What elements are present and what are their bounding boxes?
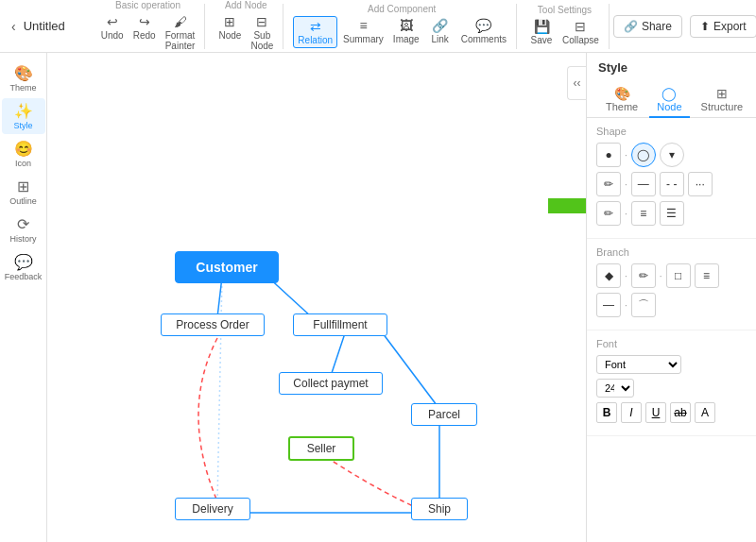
svg-line-3 bbox=[383, 333, 439, 409]
branch-rect-btn[interactable]: □ bbox=[666, 263, 691, 288]
underline-button[interactable]: U bbox=[645, 402, 666, 423]
italic-button[interactable]: I bbox=[621, 402, 642, 423]
add-component-label: Add Component bbox=[368, 4, 436, 14]
branch-dash-btn[interactable]: — bbox=[596, 293, 621, 317]
panel-tabs: 🎨 Theme ◯ Node ⊞ Structure bbox=[598, 82, 745, 118]
relation-icon: ⇄ bbox=[310, 19, 321, 34]
strikethrough-button[interactable]: ab bbox=[670, 402, 691, 423]
branch-menu-btn[interactable]: ≡ bbox=[695, 263, 719, 288]
align-left-btn[interactable]: ≡ bbox=[631, 201, 656, 226]
relation-button[interactable]: ⇄ Relation bbox=[293, 16, 337, 48]
connections-svg bbox=[47, 53, 586, 542]
outline-btn2[interactable]: ✏ bbox=[596, 201, 621, 226]
branch-line-btn[interactable]: ✏ bbox=[631, 263, 656, 288]
style-panel-header: Style 🎨 Theme ◯ Node ⊞ Structure bbox=[587, 53, 756, 118]
node-button[interactable]: ⊞ Node bbox=[215, 12, 245, 53]
green-arrow bbox=[548, 187, 586, 225]
branch-curve-btn[interactable]: ⌒ bbox=[631, 293, 656, 317]
sidebar-item-feedback[interactable]: 💬 Feedback bbox=[2, 249, 45, 285]
link-icon: 🔗 bbox=[432, 18, 448, 33]
fullfillment-node[interactable]: Fullfillment bbox=[293, 313, 387, 336]
outline-icon: ⊞ bbox=[17, 178, 29, 195]
arrow-annotation bbox=[548, 187, 586, 225]
line-dotted-btn[interactable]: ··· bbox=[688, 172, 713, 196]
undo-button[interactable]: ↩ Undo bbox=[97, 12, 128, 53]
sidebar-item-history[interactable]: ⟳ History bbox=[2, 212, 45, 247]
back-button[interactable]: ‹ bbox=[8, 15, 20, 38]
tab-theme-icon: 🎨 bbox=[614, 86, 630, 101]
outline-row-1: ✏ · — - - ··· bbox=[596, 172, 747, 196]
comments-button[interactable]: 💬 Comments bbox=[457, 16, 510, 48]
left-panel: 🎨 Theme ✨ Style 😊 Icon ⊞ Outline ⟳ Histo… bbox=[0, 53, 47, 542]
dot-sep2: · bbox=[625, 179, 627, 190]
undo-icon: ↩ bbox=[107, 14, 118, 29]
sidebar-item-outline[interactable]: ⊞ Outline bbox=[2, 174, 45, 210]
shape-dropdown-btn[interactable]: ▾ bbox=[660, 143, 684, 167]
shape-section-title: Shape bbox=[596, 126, 747, 137]
tab-node[interactable]: ◯ Node bbox=[649, 82, 689, 118]
svg-line-2 bbox=[331, 333, 345, 376]
branch-row-2: — · ⌒ bbox=[596, 293, 747, 317]
font-family-select[interactable]: Font bbox=[596, 355, 681, 374]
panel-collapse-button[interactable]: ‹‹ bbox=[567, 66, 586, 100]
share-button[interactable]: 🔗 Share bbox=[613, 15, 682, 38]
shape-circle-btn[interactable]: ◯ bbox=[631, 143, 656, 167]
font-size-row: 24 bbox=[596, 379, 747, 398]
app-title: Untitled bbox=[24, 19, 80, 33]
svg-line-5 bbox=[217, 277, 222, 501]
history-icon: ⟳ bbox=[17, 215, 29, 233]
image-button[interactable]: 🖼 Image bbox=[389, 16, 423, 48]
format-painter-button[interactable]: 🖌 Format Painter bbox=[162, 12, 199, 53]
font-section-title: Font bbox=[596, 338, 747, 349]
branch-color-btn[interactable]: ◆ bbox=[596, 263, 621, 288]
sidebar-item-theme[interactable]: 🎨 Theme bbox=[2, 60, 45, 96]
redo-icon: ↪ bbox=[139, 14, 150, 29]
summary-button[interactable]: ≡ Summary bbox=[339, 16, 387, 48]
process-order-node[interactable]: Process Order bbox=[161, 313, 265, 336]
sidebar-item-icon[interactable]: 😊 Icon bbox=[2, 136, 45, 172]
tab-theme[interactable]: 🎨 Theme bbox=[598, 82, 645, 118]
ship-node[interactable]: Ship bbox=[411, 498, 468, 520]
link-button[interactable]: 🔗 Link bbox=[425, 16, 455, 48]
sub-node-button[interactable]: ⊟ Sub Node bbox=[247, 12, 277, 53]
font-section: Font Font 24 B I U ab A bbox=[587, 330, 756, 436]
pencil-btn[interactable]: ✏ bbox=[596, 172, 621, 196]
icon-icon: 😊 bbox=[14, 140, 33, 158]
add-component-group: Add Component ⇄ Relation ≡ Summary 🖼 Ima… bbox=[287, 4, 517, 49]
shape-fill-btn[interactable]: ● bbox=[596, 143, 621, 167]
collect-payment-node[interactable]: Collect paymet bbox=[279, 372, 383, 395]
summary-icon: ≡ bbox=[359, 18, 367, 33]
style-panel-title: Style bbox=[598, 60, 745, 75]
customer-node[interactable]: Customer bbox=[175, 251, 279, 283]
tab-structure-icon: ⊞ bbox=[716, 86, 728, 101]
branch-section-title: Branch bbox=[596, 246, 747, 258]
delivery-node[interactable]: Delivery bbox=[175, 498, 250, 520]
sub-node-icon: ⊟ bbox=[256, 14, 267, 29]
redo-button[interactable]: ↪ Redo bbox=[129, 12, 160, 53]
line-solid-btn[interactable]: — bbox=[631, 172, 656, 196]
bold-button[interactable]: B bbox=[596, 402, 617, 423]
seller-node[interactable]: Seller bbox=[288, 436, 354, 461]
canvas[interactable]: Customer Process Order Fullfillment Coll… bbox=[47, 53, 586, 542]
sidebar-item-style[interactable]: ✨ Style bbox=[2, 98, 45, 134]
export-button[interactable]: ⬆ Export bbox=[690, 15, 756, 38]
shape-section: Shape ● · ◯ ▾ ✏ · — - - ··· ✏ · ≡ ☰ bbox=[587, 118, 756, 239]
align-center-btn[interactable]: ☰ bbox=[660, 201, 684, 226]
parcel-node[interactable]: Parcel bbox=[411, 403, 477, 426]
share-icon: 🔗 bbox=[624, 20, 638, 33]
add-node-label: Add Node bbox=[225, 0, 266, 10]
theme-icon: 🎨 bbox=[14, 64, 33, 82]
export-icon: ⬆ bbox=[700, 20, 710, 33]
feedback-icon: 💬 bbox=[14, 253, 33, 271]
tool-settings-group: Tool Settings 💾 Save ⊟ Collapse bbox=[521, 4, 610, 49]
save-button[interactable]: 💾 Save bbox=[526, 17, 557, 47]
line-dashed-btn[interactable]: - - bbox=[660, 172, 684, 196]
dot-sep6: · bbox=[625, 300, 627, 311]
collapse-button[interactable]: ⊟ Collapse bbox=[558, 17, 603, 47]
main-area: 🎨 Theme ✨ Style 😊 Icon ⊞ Outline ⟳ Histo… bbox=[0, 53, 756, 542]
branch-row-1: ◆ · ✏ · □ ≡ bbox=[596, 263, 747, 288]
shape-row: ● · ◯ ▾ bbox=[596, 143, 747, 167]
font-color-button[interactable]: A bbox=[695, 402, 715, 423]
font-size-select[interactable]: 24 bbox=[596, 379, 634, 398]
tab-structure[interactable]: ⊞ Structure bbox=[694, 82, 751, 118]
